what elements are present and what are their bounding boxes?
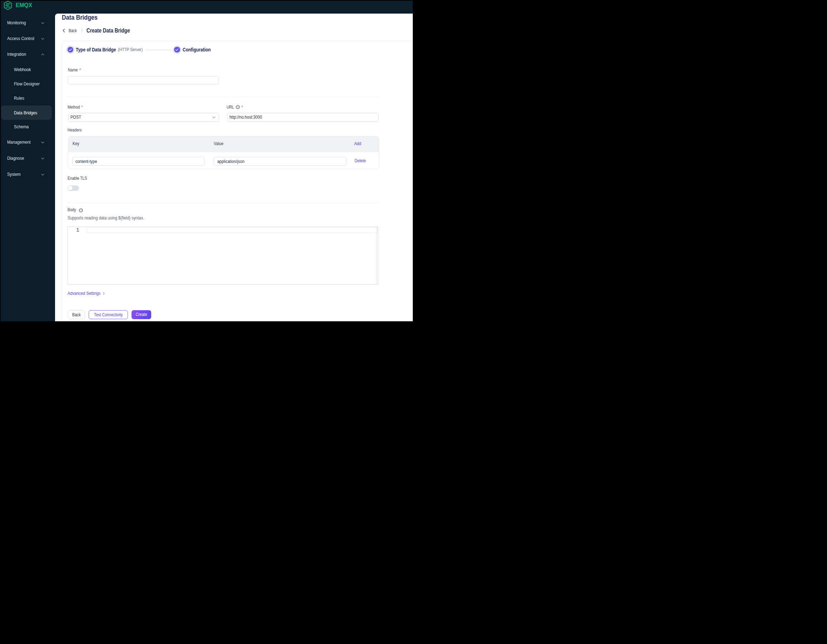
svg-text:?: ?	[80, 208, 81, 212]
svg-text:?: ?	[237, 105, 239, 109]
